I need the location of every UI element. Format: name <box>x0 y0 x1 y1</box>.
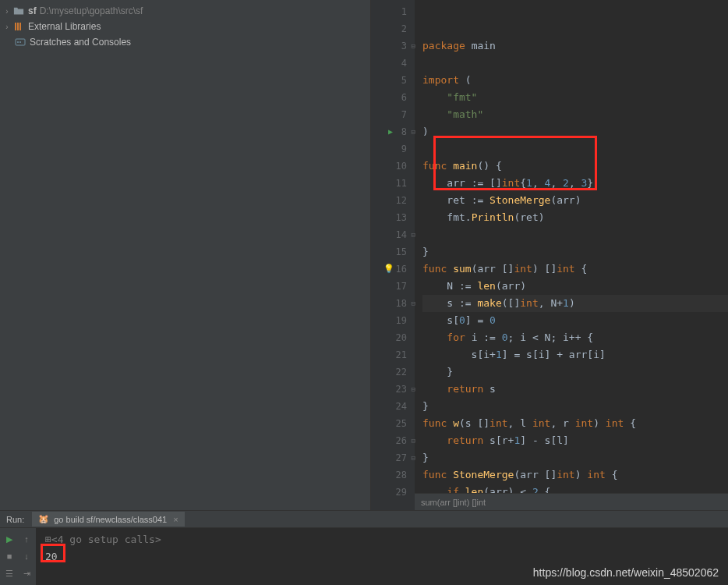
svg-point-4 <box>17 41 19 43</box>
run-label: Run: <box>6 515 24 524</box>
svg-rect-0 <box>15 23 16 30</box>
close-icon[interactable]: × <box>173 515 178 524</box>
svg-rect-1 <box>17 23 19 30</box>
up-button[interactable]: ↑ <box>19 531 34 547</box>
down-button[interactable]: ↓ <box>19 548 34 564</box>
run-tool-window: Run: 🐹 go build sf/newclass/class041 × ▶… <box>0 510 728 585</box>
code-editor[interactable]: 123⊟45678⊟91011121314⊟15161718⊟192021222… <box>371 0 728 510</box>
layout-button[interactable]: ☰ <box>2 566 17 581</box>
console-setup-line: <4 go setup calls> <box>51 534 161 545</box>
chevron-right-icon: › <box>3 7 11 15</box>
run-tab-label: go build sf/newclass/class041 <box>54 515 167 524</box>
stop-button[interactable]: ■ <box>2 548 17 564</box>
scratches-icon <box>14 36 27 48</box>
editor-gutter: 123⊟45678⊟91011121314⊟15161718⊟192021222… <box>371 0 415 510</box>
run-config-tab[interactable]: 🐹 go build sf/newclass/class041 × <box>32 512 184 526</box>
editor-code-area[interactable]: package mainimport ( "fmt" "math")func m… <box>415 0 728 510</box>
expand-icon[interactable]: ⊞ <box>45 534 51 545</box>
wrap-button[interactable]: ⇥ <box>19 566 34 581</box>
run-header: Run: 🐹 go build sf/newclass/class041 × <box>0 511 728 528</box>
console-output-value: 20 <box>45 551 58 562</box>
rerun-button[interactable]: ▶ <box>2 531 17 547</box>
svg-point-5 <box>19 41 21 43</box>
scratches-node[interactable]: Scratches and Consoles <box>0 34 370 50</box>
folder-icon <box>12 5 25 17</box>
library-icon <box>12 20 25 33</box>
project-root-node[interactable]: › sf D:\mysetup\gopath\src\sf <box>0 3 370 19</box>
editor-breadcrumb[interactable]: sum(arr []int) []int <box>415 493 728 510</box>
external-libraries-label: External Libraries <box>28 21 101 32</box>
run-toolbar: ▶ ↑ ■ ↓ ☰ ⇥ <box>0 528 36 585</box>
svg-rect-2 <box>19 23 21 30</box>
scratches-label: Scratches and Consoles <box>30 37 131 48</box>
project-tree-panel: › sf D:\mysetup\gopath\src\sf › External… <box>0 0 371 510</box>
project-root-label: sf <box>28 5 37 16</box>
chevron-right-icon: › <box>3 23 11 30</box>
external-libraries-node[interactable]: › External Libraries <box>0 19 370 34</box>
project-root-path: D:\mysetup\gopath\src\sf <box>40 5 143 16</box>
go-icon: 🐹 <box>38 514 49 524</box>
watermark-text: https://blog.csdn.net/weixin_48502062 <box>533 566 719 579</box>
